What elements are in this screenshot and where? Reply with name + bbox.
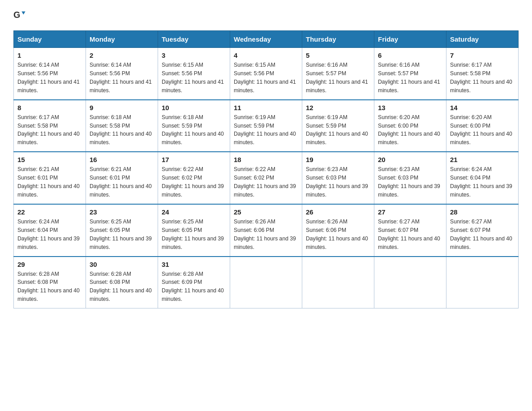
calendar-day-cell: 25Sunrise: 6:26 AMSunset: 6:06 PMDayligh…	[230, 204, 302, 257]
calendar-day-cell	[374, 257, 446, 308]
calendar-day-cell: 11Sunrise: 6:19 AMSunset: 5:59 PMDayligh…	[230, 100, 302, 152]
calendar-day-cell: 1Sunrise: 6:14 AMSunset: 5:56 PMDaylight…	[14, 48, 86, 100]
day-info: Sunrise: 6:20 AMSunset: 6:00 PMDaylight:…	[378, 113, 442, 147]
calendar-day-cell: 18Sunrise: 6:22 AMSunset: 6:02 PMDayligh…	[230, 152, 302, 204]
day-info: Sunrise: 6:19 AMSunset: 5:59 PMDaylight:…	[234, 113, 298, 147]
header-sunday: Sunday	[14, 31, 86, 48]
day-info: Sunrise: 6:19 AMSunset: 5:59 PMDaylight:…	[306, 113, 370, 147]
day-number: 1	[17, 51, 82, 59]
day-info: Sunrise: 6:28 AMSunset: 6:08 PMDaylight:…	[17, 270, 82, 304]
calendar-week-row: 29Sunrise: 6:28 AMSunset: 6:08 PMDayligh…	[14, 257, 519, 308]
day-number: 11	[234, 104, 298, 111]
calendar-day-cell: 12Sunrise: 6:19 AMSunset: 5:59 PMDayligh…	[302, 100, 374, 152]
calendar-day-cell: 30Sunrise: 6:28 AMSunset: 6:08 PMDayligh…	[86, 257, 158, 308]
header-monday: Monday	[86, 31, 158, 48]
calendar-table: Sunday Monday Tuesday Wednesday Thursday…	[13, 30, 519, 308]
calendar-day-cell: 20Sunrise: 6:23 AMSunset: 6:03 PMDayligh…	[374, 152, 446, 204]
calendar-week-row: 15Sunrise: 6:21 AMSunset: 6:01 PMDayligh…	[14, 152, 519, 204]
day-info: Sunrise: 6:26 AMSunset: 6:06 PMDaylight:…	[306, 218, 370, 252]
calendar-day-cell: 8Sunrise: 6:17 AMSunset: 5:58 PMDaylight…	[14, 100, 86, 152]
calendar-day-cell: 21Sunrise: 6:24 AMSunset: 6:04 PMDayligh…	[446, 152, 519, 204]
day-number: 2	[90, 51, 154, 59]
day-info: Sunrise: 6:18 AMSunset: 5:58 PMDaylight:…	[90, 113, 154, 147]
calendar-day-cell: 23Sunrise: 6:25 AMSunset: 6:05 PMDayligh…	[86, 204, 158, 257]
day-number: 20	[378, 156, 442, 163]
day-number: 14	[450, 104, 515, 111]
day-number: 9	[90, 104, 154, 111]
calendar-day-cell	[230, 257, 302, 308]
calendar-day-cell: 29Sunrise: 6:28 AMSunset: 6:08 PMDayligh…	[14, 257, 86, 308]
day-info: Sunrise: 6:17 AMSunset: 5:58 PMDaylight:…	[450, 61, 515, 95]
calendar-day-cell: 31Sunrise: 6:28 AMSunset: 6:09 PMDayligh…	[158, 257, 230, 308]
day-info: Sunrise: 6:25 AMSunset: 6:05 PMDaylight:…	[90, 218, 154, 252]
calendar-day-cell: 26Sunrise: 6:26 AMSunset: 6:06 PMDayligh…	[302, 204, 374, 257]
calendar-week-row: 22Sunrise: 6:24 AMSunset: 6:04 PMDayligh…	[14, 204, 519, 257]
calendar-day-cell: 10Sunrise: 6:18 AMSunset: 5:59 PMDayligh…	[158, 100, 230, 152]
day-info: Sunrise: 6:27 AMSunset: 6:07 PMDaylight:…	[378, 218, 442, 252]
header-thursday: Thursday	[302, 31, 374, 48]
day-number: 5	[306, 51, 370, 59]
calendar-day-cell: 4Sunrise: 6:15 AMSunset: 5:56 PMDaylight…	[230, 48, 302, 100]
day-number: 19	[306, 156, 370, 163]
calendar-day-cell: 19Sunrise: 6:23 AMSunset: 6:03 PMDayligh…	[302, 152, 374, 204]
header-saturday: Saturday	[446, 31, 519, 48]
calendar-day-cell: 6Sunrise: 6:16 AMSunset: 5:57 PMDaylight…	[374, 48, 446, 100]
day-number: 26	[306, 208, 370, 216]
calendar-day-cell: 9Sunrise: 6:18 AMSunset: 5:58 PMDaylight…	[86, 100, 158, 152]
calendar-day-cell	[446, 257, 519, 308]
header-friday: Friday	[374, 31, 446, 48]
calendar-day-cell: 14Sunrise: 6:20 AMSunset: 6:00 PMDayligh…	[446, 100, 519, 152]
day-info: Sunrise: 6:28 AMSunset: 6:08 PMDaylight:…	[90, 270, 154, 304]
day-info: Sunrise: 6:17 AMSunset: 5:58 PMDaylight:…	[17, 113, 82, 147]
day-number: 28	[450, 208, 515, 216]
day-info: Sunrise: 6:23 AMSunset: 6:03 PMDaylight:…	[378, 165, 442, 199]
day-number: 23	[90, 208, 154, 216]
day-number: 25	[234, 208, 298, 216]
day-info: Sunrise: 6:16 AMSunset: 5:57 PMDaylight:…	[378, 61, 442, 95]
day-number: 17	[162, 156, 226, 163]
svg-text:G: G	[13, 10, 20, 20]
calendar-day-cell: 28Sunrise: 6:27 AMSunset: 6:07 PMDayligh…	[446, 204, 519, 257]
calendar-day-cell: 16Sunrise: 6:21 AMSunset: 6:01 PMDayligh…	[86, 152, 158, 204]
day-number: 6	[378, 51, 442, 59]
svg-marker-1	[21, 12, 25, 15]
day-number: 12	[306, 104, 370, 111]
day-number: 16	[90, 156, 154, 163]
calendar-day-cell: 22Sunrise: 6:24 AMSunset: 6:04 PMDayligh…	[14, 204, 86, 257]
day-number: 3	[162, 51, 226, 59]
day-info: Sunrise: 6:16 AMSunset: 5:57 PMDaylight:…	[306, 61, 370, 95]
day-info: Sunrise: 6:25 AMSunset: 6:05 PMDaylight:…	[162, 218, 226, 252]
day-info: Sunrise: 6:15 AMSunset: 5:56 PMDaylight:…	[234, 61, 298, 95]
day-number: 18	[234, 156, 298, 163]
calendar-day-cell: 17Sunrise: 6:22 AMSunset: 6:02 PMDayligh…	[158, 152, 230, 204]
day-number: 13	[378, 104, 442, 111]
day-info: Sunrise: 6:21 AMSunset: 6:01 PMDaylight:…	[90, 165, 154, 199]
day-info: Sunrise: 6:22 AMSunset: 6:02 PMDaylight:…	[234, 165, 298, 199]
calendar-week-row: 8Sunrise: 6:17 AMSunset: 5:58 PMDaylight…	[14, 100, 519, 152]
calendar-day-cell: 13Sunrise: 6:20 AMSunset: 6:00 PMDayligh…	[374, 100, 446, 152]
header-wednesday: Wednesday	[230, 31, 302, 48]
day-number: 4	[234, 51, 298, 59]
day-number: 21	[450, 156, 515, 163]
day-number: 31	[162, 261, 226, 268]
day-info: Sunrise: 6:24 AMSunset: 6:04 PMDaylight:…	[17, 218, 82, 252]
day-number: 15	[17, 156, 82, 163]
day-info: Sunrise: 6:20 AMSunset: 6:00 PMDaylight:…	[450, 113, 515, 147]
calendar-day-cell	[302, 257, 374, 308]
day-info: Sunrise: 6:21 AMSunset: 6:01 PMDaylight:…	[17, 165, 82, 199]
calendar-day-cell: 3Sunrise: 6:15 AMSunset: 5:56 PMDaylight…	[158, 48, 230, 100]
calendar-week-row: 1Sunrise: 6:14 AMSunset: 5:56 PMDaylight…	[14, 48, 519, 100]
calendar-day-cell: 24Sunrise: 6:25 AMSunset: 6:05 PMDayligh…	[158, 204, 230, 257]
day-info: Sunrise: 6:27 AMSunset: 6:07 PMDaylight:…	[450, 218, 515, 252]
day-info: Sunrise: 6:24 AMSunset: 6:04 PMDaylight:…	[450, 165, 515, 199]
day-number: 24	[162, 208, 226, 216]
page-header: G	[13, 9, 519, 21]
calendar-day-cell: 7Sunrise: 6:17 AMSunset: 5:58 PMDaylight…	[446, 48, 519, 100]
logo-icon: G	[13, 9, 26, 21]
day-info: Sunrise: 6:18 AMSunset: 5:59 PMDaylight:…	[162, 113, 226, 147]
day-info: Sunrise: 6:22 AMSunset: 6:02 PMDaylight:…	[162, 165, 226, 199]
day-info: Sunrise: 6:28 AMSunset: 6:09 PMDaylight:…	[162, 270, 226, 304]
day-number: 30	[90, 261, 154, 268]
header-row: Sunday Monday Tuesday Wednesday Thursday…	[14, 31, 519, 48]
day-info: Sunrise: 6:26 AMSunset: 6:06 PMDaylight:…	[234, 218, 298, 252]
